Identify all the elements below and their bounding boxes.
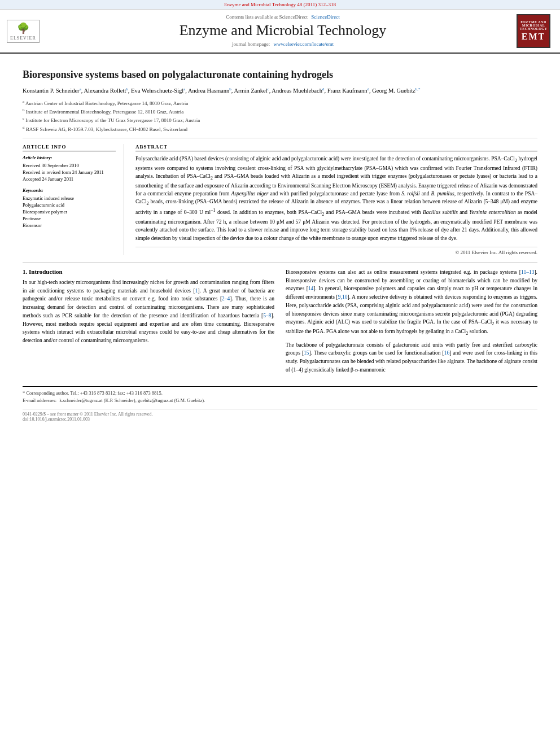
ref-2-4[interactable]: 2–4 [222,296,230,302]
abstract-text: Polysaccharide acid (PSA) based devices … [135,155,537,242]
species-1: Aspergillus niger [231,191,269,196]
abstract-paragraph: Polysaccharide acid (PSA) based devices … [135,155,537,242]
accepted-text: Accepted 24 January 2011 [23,176,116,182]
sciencedirect-prefix: Contents lists available at ScienceDirec… [226,14,308,20]
main-content: Bioresponsive systems based on polygalac… [0,54,560,427]
abstract-col: ABSTRACT Polysaccharide acid (PSA) based… [135,144,537,255]
keyword-2: Polygalacturonic acid [23,202,116,208]
article-info-abstract-cols: ARTICLE INFO Article history: Received 3… [23,144,537,255]
ref-5-8[interactable]: 5–8 [263,313,271,318]
abstract-section-title: ABSTRACT [135,144,537,151]
intro-heading: 1. Introduction [23,268,274,275]
issn-line: 0141-0229/$ – see front matter © 2011 El… [23,412,537,417]
ref-9-10[interactable]: 9,10 [338,294,348,300]
footnote-emails: E-mail addresses: k.schneider@tugraz.at … [23,397,537,403]
emt-logo: ENZYME AND MICROBIAL TECHNOLOGY EMT [517,14,550,48]
affiliation-a: a Austrian Center of Industrial Biotechn… [23,99,537,107]
homepage-url[interactable]: www.elsevier.com/locate/emt [274,41,334,47]
intro-paragraph-3: The backbone of polygalacturonate consis… [286,341,537,374]
sciencedirect-link: Contents lists available at ScienceDirec… [58,14,508,20]
ref-14[interactable]: 14 [308,286,314,291]
body-two-col: 1. Introduction In our high-tech society… [23,268,537,378]
journal-citation-text: Enzyme and Microbial Technology 48 (2011… [224,2,336,7]
elsevier-label: ELSEVIER [10,36,36,41]
elsevier-logo: 🌳 ELSEVIER [7,20,40,43]
footnote-area: * Corresponding author. Tel.: +43 316 87… [23,386,537,403]
journal-citation-bar: Enzyme and Microbial Technology 48 (2011… [0,0,560,10]
received-revised-text: Received in revised form 24 January 2011 [23,169,116,175]
journal-footer: 0141-0229/$ – see front matter © 2011 El… [23,409,537,422]
sciencedirect-anchor[interactable]: ScienceDirect [311,14,339,20]
authors-text: Konstantin P. Schneidera, Alexandra Roll… [23,88,421,94]
journal-center-header: Contents lists available at ScienceDirec… [58,14,508,48]
elsevier-logo-area: 🌳 ELSEVIER [7,14,52,48]
authors-line: Konstantin P. Schneidera, Alexandra Roll… [23,86,537,95]
affiliations: a Austrian Center of Industrial Biotechn… [23,99,537,139]
elsevier-tree-icon: 🌳 [17,22,29,34]
intro-paragraph-1: In our high-tech society microorganisms … [23,278,274,345]
emt-line3: TECHNOLOGY [520,27,548,30]
keyword-1: Enzymatic induced release [23,195,116,201]
ref-1[interactable]: 1 [195,288,198,294]
species-5: Yersinia entercolition [469,209,515,215]
copyright-text: © 2011 Elsevier Inc. All rights reserved… [135,247,537,255]
body-content: 1. Introduction In our high-tech society… [23,262,537,378]
article-info-section-title: ARTICLE INFO [23,144,116,151]
article-title: Bioresponsive systems based on polygalac… [23,68,537,81]
article-info-col: ARTICLE INFO Article history: Received 3… [23,144,124,255]
ref-15[interactable]: 15 [304,350,309,356]
species-2: S. rolfsii [401,191,420,196]
species-4: Bacillus subtilis [423,209,458,215]
keyword-4: Pectinase [23,216,116,221]
article-history-label: Article history: [23,155,116,160]
emt-abbr: EMT [522,32,545,42]
affiliation-c: c Institute for Electron Microscopy of t… [23,116,537,124]
keyword-5: Biosensor [23,222,116,228]
homepage-label: journal homepage: [232,41,270,47]
email-values: k.schneider@tugraz.at (K.P. Schneider), … [59,397,205,403]
body-left-col: 1. Introduction In our high-tech society… [23,268,274,378]
ref-16[interactable]: 16 [444,350,450,356]
journal-title: Enzyme and Microbial Technology [58,22,508,39]
keywords-label: Keywords: [23,187,116,193]
affiliation-d: d BASF Schweiz AG, R-1059.7.03, Klybecks… [23,125,537,133]
keyword-3: Bioresponsive polymer [23,209,116,215]
journal-header: 🌳 ELSEVIER Contents lists available at S… [0,10,560,54]
body-right-col: Bioresponsive systems can also act as on… [286,268,537,378]
journal-homepage: journal homepage: www.elsevier.com/locat… [58,41,508,47]
received-text: Received 30 September 2010 [23,163,116,168]
doi-line: doi:10.1016/j.enzmictec.2011.01.003 [23,417,537,422]
emt-logo-area: ENZYME AND MICROBIAL TECHNOLOGY EMT [514,14,553,48]
stereochem: d [355,367,358,373]
intro-paragraph-2: Bioresponsive systems can also act as on… [286,268,537,338]
footnote-star: * Corresponding author. Tel.: +43 316 87… [23,390,537,396]
species-3: B. pumilus [431,191,454,196]
affiliation-b: b Institute of Environmental Biotechnolo… [23,107,537,116]
email-label: E-mail addresses: [23,397,56,403]
ref-11-13[interactable]: 11–13 [521,269,534,275]
